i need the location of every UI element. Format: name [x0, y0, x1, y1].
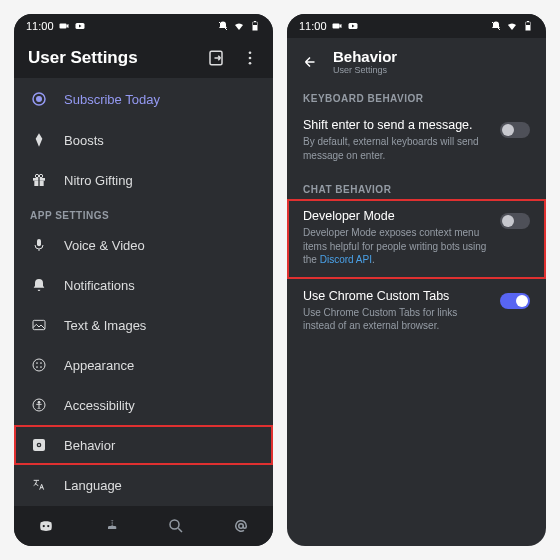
- more-icon[interactable]: [241, 49, 259, 67]
- login-icon[interactable]: [207, 49, 225, 67]
- svg-point-28: [38, 444, 40, 446]
- svg-point-23: [40, 366, 42, 368]
- mic-icon: [30, 237, 48, 253]
- battery-icon: [522, 20, 534, 32]
- friends-tab[interactable]: [102, 517, 120, 535]
- page-title: User Settings: [28, 48, 138, 68]
- app-settings-label: APP SETTINGS: [14, 200, 273, 225]
- chrome-tabs-toggle[interactable]: [500, 293, 530, 309]
- accessibility-icon: [30, 397, 48, 413]
- shift-enter-toggle[interactable]: [500, 122, 530, 138]
- developer-mode-desc: Developer Mode exposes context menu item…: [303, 226, 490, 267]
- battery-icon: [249, 20, 261, 32]
- wifi-icon: [506, 20, 518, 32]
- accessibility-label: Accessibility: [64, 398, 257, 413]
- svg-point-25: [38, 401, 40, 403]
- wifi-icon: [233, 20, 245, 32]
- svg-rect-39: [526, 25, 530, 30]
- svg-point-8: [249, 57, 252, 60]
- settings-list: Subscribe Today Boosts Nitro Gifting APP…: [14, 78, 273, 506]
- language-label: Language: [64, 478, 257, 493]
- svg-point-16: [39, 174, 42, 177]
- svg-rect-18: [33, 320, 45, 329]
- svg-rect-5: [254, 21, 256, 22]
- status-bar: 11:00: [14, 14, 273, 38]
- chrome-tabs-setting[interactable]: Use Chrome Custom Tabs Use Chrome Custom…: [287, 279, 546, 345]
- voice-video-row[interactable]: Voice & Video: [14, 225, 273, 265]
- image-icon: [30, 317, 48, 333]
- svg-point-9: [249, 62, 252, 65]
- svg-rect-40: [527, 21, 529, 22]
- developer-mode-setting[interactable]: Developer Mode Developer Mode exposes co…: [287, 199, 546, 279]
- svg-point-15: [35, 174, 38, 177]
- notifications-label: Notifications: [64, 278, 257, 293]
- svg-point-11: [37, 97, 42, 102]
- gift-icon: [30, 172, 48, 188]
- svg-point-33: [170, 520, 179, 529]
- text-label: Text & Images: [64, 318, 257, 333]
- appearance-row[interactable]: Appearance: [14, 345, 273, 385]
- behavior-row[interactable]: Behavior: [14, 425, 273, 465]
- text-images-row[interactable]: Text & Images: [14, 305, 273, 345]
- accessibility-row[interactable]: Accessibility: [14, 385, 273, 425]
- camera-icon: [58, 20, 70, 32]
- boosts-label: Boosts: [64, 133, 257, 148]
- voice-label: Voice & Video: [64, 238, 257, 253]
- mute-icon: [490, 20, 502, 32]
- youtube-icon: [74, 20, 86, 32]
- shift-enter-setting[interactable]: Shift enter to send a message. By defaul…: [287, 108, 546, 174]
- behavior-label: Behavior: [64, 438, 257, 453]
- svg-point-21: [40, 362, 42, 364]
- svg-rect-17: [37, 239, 41, 246]
- svg-point-32: [48, 525, 50, 527]
- svg-point-22: [36, 366, 38, 368]
- mute-icon: [217, 20, 229, 32]
- keyboard-section-label: KEYBOARD BEHAVIOR: [287, 83, 546, 108]
- boosts-row[interactable]: Boosts: [14, 120, 273, 160]
- bottom-nav: [14, 506, 273, 546]
- svg-point-20: [36, 362, 38, 364]
- svg-point-7: [249, 51, 252, 54]
- palette-icon: [30, 357, 48, 373]
- nitro-gifting-row[interactable]: Nitro Gifting: [14, 160, 273, 200]
- youtube-icon: [347, 20, 359, 32]
- svg-rect-0: [59, 24, 66, 29]
- back-icon[interactable]: [301, 53, 319, 71]
- svg-point-31: [43, 525, 45, 527]
- discord-api-link[interactable]: Discord API: [320, 254, 372, 265]
- discord-tab[interactable]: [37, 517, 55, 535]
- boost-icon: [30, 132, 48, 148]
- gear-icon: [30, 437, 48, 453]
- chrome-tabs-desc: Use Chrome Custom Tabs for links instead…: [303, 306, 490, 333]
- svg-rect-35: [332, 24, 339, 29]
- notifications-row[interactable]: Notifications: [14, 265, 273, 305]
- status-time: 11:00: [26, 20, 54, 32]
- status-bar: 11:00: [287, 14, 546, 38]
- language-row[interactable]: Language: [14, 465, 273, 505]
- svg-point-19: [33, 359, 45, 371]
- right-phone: 11:00 Behavior User Settings: [287, 14, 546, 546]
- nitro-badge-icon: [30, 90, 48, 108]
- camera-icon: [331, 20, 343, 32]
- appearance-label: Appearance: [64, 358, 257, 373]
- left-phone: 11:00 User Settings: [14, 14, 273, 546]
- bell-icon: [30, 277, 48, 293]
- nitro-label: Nitro Gifting: [64, 173, 257, 188]
- language-icon: [30, 477, 48, 493]
- shift-enter-desc: By default, external keyboards will send…: [303, 135, 490, 162]
- svg-rect-4: [253, 25, 257, 30]
- svg-rect-14: [38, 178, 39, 186]
- status-time: 11:00: [299, 20, 327, 32]
- search-tab[interactable]: [167, 517, 185, 535]
- mentions-tab[interactable]: [232, 517, 250, 535]
- behavior-header: Behavior User Settings: [287, 38, 546, 83]
- shift-enter-title: Shift enter to send a message.: [303, 118, 490, 132]
- subscribe-label: Subscribe Today: [64, 92, 257, 107]
- subscribe-row[interactable]: Subscribe Today: [14, 78, 273, 120]
- settings-header: User Settings: [14, 38, 273, 78]
- page-title: Behavior: [333, 48, 397, 65]
- behavior-settings: KEYBOARD BEHAVIOR Shift enter to send a …: [287, 83, 546, 546]
- page-subtitle: User Settings: [333, 65, 397, 75]
- developer-mode-toggle[interactable]: [500, 213, 530, 229]
- chrome-tabs-title: Use Chrome Custom Tabs: [303, 289, 490, 303]
